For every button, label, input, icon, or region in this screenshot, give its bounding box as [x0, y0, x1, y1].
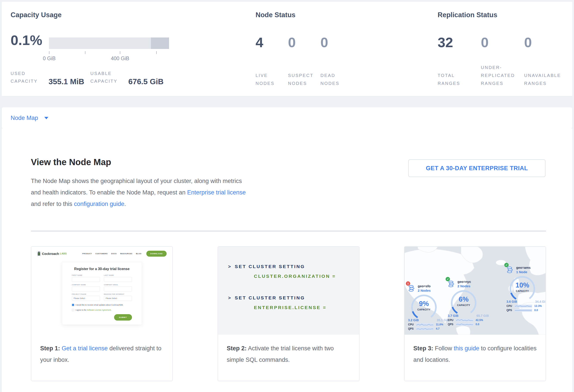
- cluster-summary-panel: Capacity Usage 0.1% 0 GiB 400 GiB USED C…: [2, 2, 572, 96]
- minisite-nav-resources: RESOURCES: [120, 253, 132, 255]
- capacity-usage-title: Capacity Usage: [11, 11, 62, 19]
- step3-label: Step 3:: [413, 345, 433, 352]
- geo-ams-header: ✓ geo=ams 1 Node: [507, 266, 546, 274]
- minisite-download-button: DOWNLOAD: [146, 251, 167, 257]
- total-ranges-value: 32: [438, 34, 481, 50]
- qps-sparkline: [514, 309, 532, 312]
- node-map-dropdown[interactable]: Node Map: [11, 115, 38, 121]
- capacity-tick: [156, 51, 157, 54]
- enterprise-trial-button[interactable]: GET A 30-DAY ENTERPRISE TRIAL: [408, 159, 546, 177]
- capacity-caption: CAPACITY: [411, 308, 437, 311]
- submit-row: SUBMIT: [72, 314, 132, 320]
- cpu-sparkline: [456, 319, 473, 322]
- geo-ams-iconwrap: ✓: [507, 266, 514, 274]
- used-gib: 3.7 GiB: [448, 314, 458, 317]
- this-guide-link[interactable]: this guide: [454, 345, 479, 352]
- capacity-tick: [120, 51, 120, 54]
- capacity-caption: CAPACITY: [510, 290, 535, 292]
- geo-nyc-node-group: ✓ geo=nyc 2 Nodes 6% CAPACITY: [448, 280, 492, 326]
- total-gib: 65.7 GiB: [476, 314, 489, 317]
- locality-name: geo=sfo: [418, 284, 430, 288]
- step1-text: [60, 345, 62, 352]
- geo-nyc-iconwrap: ✓: [448, 280, 455, 288]
- sql-line-set-cluster-1: >SET CLUSTER SETTING: [228, 264, 359, 269]
- geo-sfo-header: 1 geo=sfo 2 Nodes: [408, 284, 452, 292]
- error-count-badge: 1: [406, 281, 410, 286]
- company-name-field: [72, 286, 100, 291]
- email-updates-text: I would like to receive email updates ab…: [76, 304, 123, 306]
- gauge-center: 9% CAPACITY: [411, 300, 437, 311]
- step2-card: >SET CLUSTER SETTING CLUSTER.ORGANIZATIO…: [218, 246, 360, 381]
- configuration-guide-link[interactable]: configuration guide: [74, 201, 124, 207]
- sql-line-set-cluster-2: >SET CLUSTER SETTING: [228, 295, 359, 300]
- cpu-value: 42.5%: [475, 318, 483, 322]
- node-map-placeholder-section: View the Node Map The Node Map shows the…: [2, 129, 572, 392]
- dead-nodes-value: 0: [320, 34, 353, 50]
- total-gib: 35.1 GiB: [437, 318, 449, 322]
- enterprise-trial-license-link[interactable]: Enterprise trial license: [187, 189, 246, 196]
- minisite-nav-customers: CUSTOMERS: [95, 253, 107, 255]
- total-ranges-stat: 32 TOTAL RANGES: [438, 34, 481, 87]
- node-status-title: Node Status: [256, 11, 295, 19]
- geo-nyc-header: ✓ geo=nyc 2 Nodes: [448, 280, 492, 288]
- trial-license-form: Register for a 30-day trial license FIRS…: [62, 262, 142, 325]
- locality-name: geo=nyc: [457, 280, 471, 283]
- qps-label: QPS: [408, 327, 416, 330]
- database-stack-icon: [507, 266, 513, 273]
- capacity-caption: CAPACITY: [451, 304, 476, 306]
- minisite-header: Cockroach LABS PRODUCT CUSTOMERS DOCS RE…: [37, 251, 167, 257]
- node-count: 2 Nodes: [457, 284, 471, 288]
- gauge-center: 10% CAPACITY: [510, 281, 535, 292]
- email-updates-checkbox-row: I would like to receive email updates ab…: [72, 304, 132, 306]
- capacity-percent: 10%: [510, 281, 535, 289]
- unavailable-ranges-value: 0: [524, 34, 567, 50]
- suspect-nodes-label: SUSPECT NODES: [288, 72, 317, 87]
- node-map-dropdown-bar: Node Map: [2, 107, 572, 129]
- qps-sparkline: [456, 323, 473, 326]
- capacity-gauge: 6% CAPACITY: [451, 290, 476, 313]
- gauge-center: 6% CAPACITY: [451, 296, 476, 306]
- suspect-nodes-value: 0: [288, 34, 320, 50]
- geo-sfo-node-group: 1 geo=sfo 2 Nodes 9% CAPACITY: [408, 284, 452, 330]
- under-replicated-stat: 0 UNDER-REPLICATED RANGES: [481, 34, 524, 87]
- used-capacity-value: 355.1 MiB: [49, 77, 84, 86]
- last-name-label: LAST NAME: [104, 275, 132, 276]
- qps-value: 0.0: [475, 323, 479, 326]
- node-count: 2 Nodes: [418, 289, 430, 292]
- step3-card: 1 geo=sfo 2 Nodes 9% CAPACITY: [404, 246, 546, 381]
- step1-label: Step 1:: [40, 345, 60, 352]
- cpu-label: CPU: [448, 318, 456, 322]
- under-replicated-label: UNDER-REPLICATED RANGES: [481, 63, 520, 87]
- capacity-tick-label-0: 0 GiB: [43, 56, 56, 61]
- minisite-brand: Cockroach: [42, 252, 59, 256]
- live-nodes-label: LIVE NODES: [256, 72, 284, 87]
- usable-capacity-label: USABLE CAPACITY: [90, 70, 117, 85]
- last-name-field: [104, 277, 132, 282]
- dead-nodes-stat: 0 DEAD NODES: [320, 34, 353, 87]
- replication-status-columns: 32 TOTAL RANGES 0 UNDER-REPLICATED RANGE…: [438, 34, 567, 87]
- checkbox-empty-icon: [72, 309, 74, 311]
- project-phase-label: PROJECT PHASE: [72, 294, 100, 295]
- capacity-percent: 6%: [451, 296, 476, 303]
- minisite-nav-docs: DOCS: [111, 253, 117, 255]
- get-trial-license-link[interactable]: Get a trial license: [62, 345, 108, 352]
- qps-row: QPS 4.7: [408, 327, 449, 330]
- cockroach-logo-icon: [37, 251, 41, 256]
- intro-paragraph: The Node Map shows the geographical layo…: [31, 175, 248, 210]
- step3-caption: Step 3: Follow this guide to configure l…: [405, 335, 546, 366]
- reason-interest-label: REASON FOR INTEREST: [104, 294, 132, 295]
- qps-label: QPS: [448, 323, 456, 326]
- cpu-sparkline: [514, 305, 532, 308]
- license-agreement-checkbox-row: I agree to the Software License Agreemen…: [72, 309, 132, 311]
- cpu-sparkline: [416, 323, 434, 326]
- used-gib: 3.2 GiB: [408, 318, 419, 322]
- trial-form-fields: FIRST NAME LAST NAME COMPANY NAME COMPAN…: [72, 275, 132, 301]
- qps-value: 4.7: [436, 327, 440, 330]
- cpu-value: 12.3%: [534, 304, 542, 308]
- unavailable-ranges-label: UNAVAILABLE RANGES: [524, 72, 563, 87]
- live-nodes-stat: 4 LIVE NODES: [256, 34, 288, 87]
- cpu-row: CPU 42.5%: [448, 318, 489, 322]
- sql-command: SET CLUSTER SETTING: [235, 264, 305, 269]
- chevron-down-icon[interactable]: [44, 117, 48, 119]
- qps-label: QPS: [507, 309, 514, 312]
